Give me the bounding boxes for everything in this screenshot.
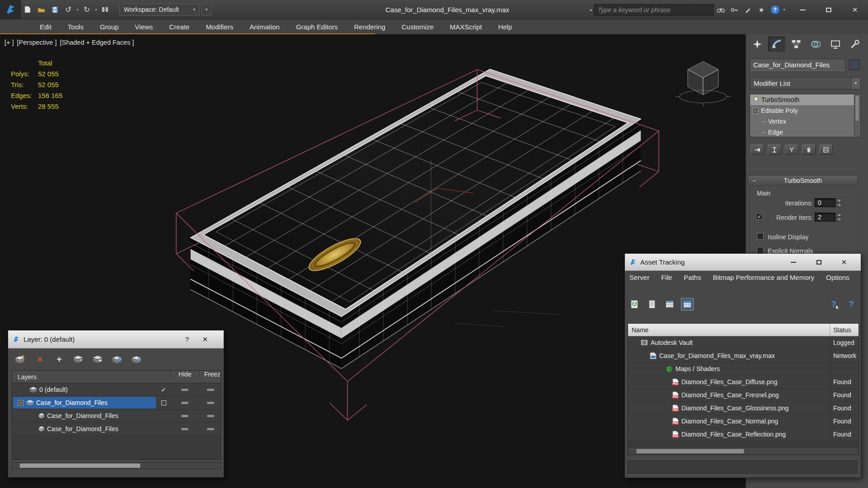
scrollbar-thumb[interactable] (855, 95, 859, 121)
hide-toggle[interactable] (170, 423, 199, 435)
viewcube[interactable] (675, 61, 731, 107)
menu-edit[interactable]: Edit (32, 19, 60, 34)
hierarchy-tab[interactable] (788, 37, 805, 52)
collapse-icon[interactable]: − (752, 108, 758, 114)
layer-row-selected[interactable]: − Case_for_Diamond_Files (12, 396, 221, 409)
freeze-toggle[interactable] (199, 383, 221, 396)
menu-maxscript[interactable]: MAXScript (442, 19, 490, 34)
isoline-display-checkbox[interactable] (757, 233, 764, 240)
redo-icon[interactable]: ↻ (80, 3, 94, 16)
layer-row-default[interactable]: 0 (default) ✓ (12, 383, 221, 396)
menu-rendering[interactable]: Rendering (346, 19, 393, 34)
table-row-bitmap[interactable]: PNG Diamond_Files_Case_Reflection.png Fo… (628, 428, 859, 441)
table-row-bitmap[interactable]: PNG Diamond_Files_Case_Diffuse.png Found (628, 376, 859, 389)
new-file-icon[interactable] (21, 3, 34, 16)
create-layer-icon[interactable] (14, 353, 26, 365)
scene-link-icon[interactable] (99, 3, 112, 16)
dialog-minimize-button[interactable] (781, 256, 806, 269)
menu-modifiers[interactable]: Modifiers (197, 19, 241, 34)
table-row-bitmap[interactable]: PNG Diamond_Files_Case_Glossiness.png Fo… (628, 402, 859, 415)
spin-up-icon[interactable]: ▲ (836, 213, 843, 217)
workspace-dropdown[interactable]: Workspace: Default ▾ (119, 4, 200, 16)
lightbulb-icon[interactable] (753, 97, 759, 103)
collapse-rollout-icon[interactable]: − (752, 177, 756, 184)
app-logo-icon[interactable] (0, 0, 21, 19)
open-file-icon[interactable] (34, 3, 48, 16)
collapse-search-icon[interactable]: ▸ (589, 3, 594, 17)
menu-server[interactable]: Server (629, 274, 649, 281)
refresh-icon[interactable] (629, 298, 640, 310)
freeze-toggle[interactable] (199, 423, 221, 435)
table-view-icon[interactable] (664, 298, 676, 310)
delete-layer-icon[interactable]: ✕ (34, 353, 46, 365)
freeze-toggle[interactable] (199, 409, 221, 422)
help-icon[interactable]: ? (845, 298, 857, 310)
select-layer-objects-icon[interactable] (73, 353, 84, 365)
render-iters-field[interactable]: 2 (815, 213, 835, 222)
save-icon[interactable] (48, 3, 61, 16)
hide-toggle[interactable] (170, 383, 199, 396)
stack-row-vertex[interactable]: Vertex (750, 116, 854, 127)
column-hide[interactable]: Hide (170, 371, 199, 378)
add-to-layer-icon[interactable]: + (53, 353, 65, 365)
column-freeze[interactable]: Freez (199, 371, 221, 378)
layer-hscrollbar[interactable] (12, 462, 221, 469)
iterations-field[interactable]: 0 (815, 198, 835, 207)
menu-paths[interactable]: Paths (684, 274, 701, 281)
current-layer-cell[interactable] (156, 396, 171, 409)
undo-dropdown-icon[interactable]: ▾ (75, 3, 80, 16)
column-layers[interactable]: Layers (12, 373, 37, 381)
menu-help[interactable]: Help (490, 19, 520, 34)
viewport-general-menu[interactable]: [+ ] (5, 39, 14, 46)
hide-toggle[interactable] (170, 409, 199, 422)
dialog-maximize-button[interactable] (806, 256, 831, 269)
get-layer-from-selection-icon[interactable] (131, 353, 143, 365)
redo-dropdown-icon[interactable]: ▾ (94, 3, 99, 16)
object-color-swatch[interactable] (849, 60, 859, 70)
show-end-result-button[interactable] (768, 144, 781, 155)
menu-file[interactable]: File (661, 274, 672, 281)
iterations-spinner[interactable]: ▲▼ (836, 198, 843, 207)
menu-customize[interactable]: Customize (394, 19, 442, 34)
scrollbar-thumb[interactable] (636, 449, 744, 454)
help-dropdown-icon[interactable]: ▾ (782, 3, 787, 17)
menu-create[interactable]: Create (161, 19, 197, 34)
menu-graph-editors[interactable]: Graph Editors (288, 19, 346, 34)
favorites-star-icon[interactable]: ★ (755, 3, 768, 17)
modify-tab[interactable] (768, 37, 785, 52)
stack-row-turbosmooth[interactable]: TurboSmooth (750, 94, 854, 105)
workspace-extra-dropdown[interactable]: ▾ (202, 4, 211, 16)
asset-hscrollbar[interactable] (629, 447, 858, 454)
spin-down-icon[interactable]: ▼ (836, 203, 843, 207)
stack-row-edge[interactable]: Edge (750, 127, 854, 138)
viewport-shading-menu[interactable]: [Shaded + Edged Faces ] (60, 39, 134, 46)
close-button[interactable]: ✕ (842, 0, 868, 19)
scrollbar-thumb[interactable] (19, 463, 141, 468)
freeze-toggle[interactable] (199, 396, 221, 409)
motion-tab[interactable] (807, 37, 825, 52)
pin-stack-button[interactable] (751, 144, 764, 155)
spin-up-icon[interactable]: ▲ (836, 198, 843, 203)
render-iters-spinner[interactable]: ▲▼ (836, 213, 843, 222)
menu-tools[interactable]: Tools (60, 19, 92, 34)
menu-options[interactable]: Options (826, 274, 849, 281)
menu-views[interactable]: Views (127, 19, 161, 34)
asset-tracking-titlebar[interactable]: Asset Tracking ✕ (625, 254, 861, 271)
configure-modifier-sets-button[interactable] (819, 144, 833, 155)
layer-object-row[interactable]: Case_for_Diamond_Files (12, 409, 221, 423)
stack-row-editable-poly[interactable]: − Editable Poly (750, 105, 854, 116)
layer-object-row[interactable]: Case_for_Diamond_Files (12, 423, 221, 436)
make-unique-button[interactable] (785, 144, 798, 155)
signin-pen-icon[interactable] (741, 3, 755, 17)
modifier-list-dropdown[interactable]: Modifier List ▼ (750, 77, 861, 89)
hide-toggle[interactable] (170, 396, 199, 409)
table-row-bitmap[interactable]: PNG Diamond_Files_Case_Fresnel.png Found (628, 389, 859, 402)
object-name-field[interactable] (750, 59, 845, 71)
turbosmooth-rollout-header[interactable]: − TurboSmooth (748, 175, 858, 186)
collapse-icon[interactable]: − (18, 400, 23, 406)
table-row-maps[interactable]: Maps / Shaders (628, 363, 859, 376)
current-layer-cell[interactable]: ✓ (156, 383, 171, 396)
column-name[interactable]: Name (628, 326, 648, 334)
column-status[interactable]: Status (830, 324, 851, 336)
maximize-button[interactable] (816, 0, 842, 19)
